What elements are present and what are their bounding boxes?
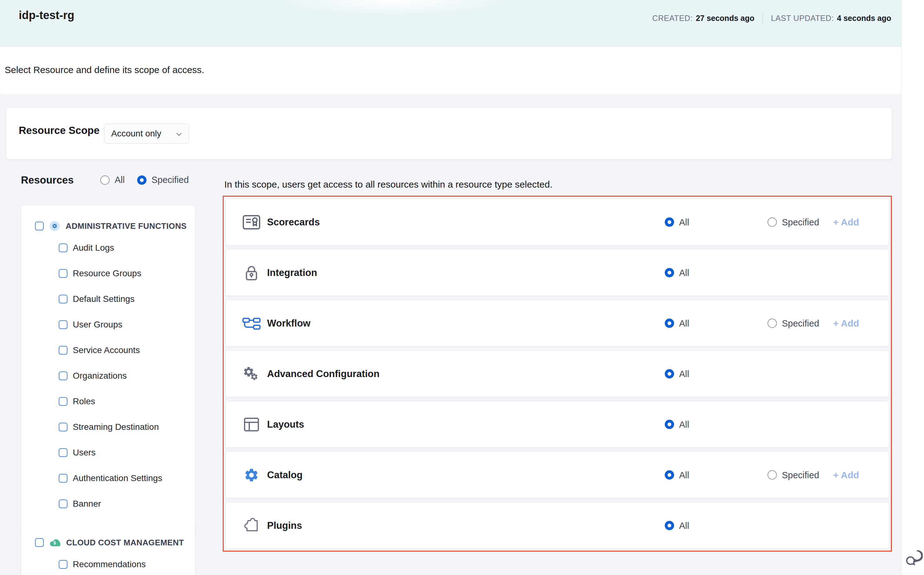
scope-description: In this scope, users get access to all r… [224,179,553,190]
group-header: $ CLOUD COST MANAGEMENT [21,525,195,548]
resources-all-radio[interactable]: All [100,175,125,185]
all-radio[interactable]: All [665,318,689,329]
resource-type-row-advanced-configuration: Advanced Configuration All [226,351,889,397]
list-item: Service Accounts [21,337,195,363]
resource-type-row-layouts: Layouts All [226,402,889,447]
cloud-dollar-icon: $ [50,537,60,548]
specified-radio[interactable]: Specified [768,217,819,227]
meta-info: CREATED: 27 seconds ago LAST UPDATED: 4 … [652,13,891,24]
radio-selected-icon [665,521,674,531]
header-glow [275,0,512,16]
resource-type-row-scorecards: Scorecards All Specified + Add [226,199,889,245]
resource-scope-card: Resource Scope Account only [6,108,892,159]
radio-selected-icon [665,369,674,379]
item-checkbox[interactable] [59,320,67,329]
all-radio[interactable]: All [665,520,689,531]
add-button[interactable]: + Add [833,470,859,480]
workflow-icon [242,315,261,332]
resource-group-ccm-card: $ CLOUD COST MANAGEMENT Recommendations [21,525,195,575]
puzzle-icon [242,518,261,534]
list-item: Organizations [21,363,195,389]
all-radio[interactable]: All [665,267,689,278]
group-header: ADMINISTRATIVE FUNCTIONS [21,205,195,231]
resource-type-label: Advanced Configuration [267,369,379,380]
resource-scope-dropdown[interactable]: Account only [104,124,189,144]
resource-scope-label: Resource Scope [19,125,100,137]
radio-selected-icon [665,268,674,278]
item-checkbox[interactable] [59,448,67,457]
item-checkbox[interactable] [59,474,67,483]
item-checkbox[interactable] [59,423,67,431]
resource-scope-value: Account only [111,129,161,138]
resource-types-container: Scorecards All Specified + Add [223,196,892,551]
resource-type-label: Layouts [267,419,304,430]
list-item: Roles [21,389,195,414]
all-radio[interactable]: All [665,369,689,379]
resource-group-admin-card: ADMINISTRATIVE FUNCTIONS Audit Logs Reso… [21,205,195,531]
app-window: idp-test-rg CREATED: 27 seconds ago LAST… [0,0,902,575]
radio-unselected-icon [768,218,777,227]
list-item: Banner [21,491,195,517]
item-checkbox[interactable] [59,560,67,569]
resources-specified-radio[interactable]: Specified [137,175,189,185]
item-checkbox[interactable] [59,269,67,278]
list-item: Users [21,440,195,465]
add-button[interactable]: + Add [833,217,859,227]
resource-type-row-integration: Integration All [226,250,889,295]
resource-type-label: Workflow [267,318,311,329]
list-item: Default Settings [21,286,195,312]
radio-selected-icon [665,319,674,328]
resources-title: Resources [21,174,74,186]
group-checkbox[interactable] [35,538,44,547]
resources-header: Resources All Specified [21,172,195,190]
updated-value: 4 seconds ago [837,14,891,23]
group-checkbox[interactable] [35,222,44,230]
resource-type-label: Catalog [267,470,303,481]
chevron-down-icon [176,129,182,138]
radio-selected-icon [137,175,147,185]
specified-radio[interactable]: Specified [768,470,819,480]
all-radio[interactable]: All [665,217,689,227]
resource-type-label: Scorecards [267,217,320,228]
list-item: User Groups [21,312,195,337]
item-checkbox[interactable] [59,243,67,252]
radio-unselected-icon [100,175,110,185]
add-button[interactable]: + Add [833,318,859,329]
resource-type-label: Integration [267,267,317,278]
scorecards-icon [242,214,261,230]
svg-text:$: $ [53,540,56,545]
group-name: ADMINISTRATIVE FUNCTIONS [65,221,187,231]
resource-type-row-workflow: Workflow All Specified + Add [226,300,889,346]
resource-type-row-plugins: Plugins All [226,503,889,548]
group-items: Audit Logs Resource Groups Default Setti… [21,235,195,517]
page-header: idp-test-rg CREATED: 27 seconds ago LAST… [0,0,901,47]
list-item: Audit Logs [21,235,195,260]
admin-gear-icon [50,221,60,231]
all-radio[interactable]: All [665,419,689,429]
chat-support-icon[interactable] [905,549,923,568]
list-item: Resource Groups [21,260,195,286]
radio-selected-icon [665,420,674,429]
radio-unselected-icon [768,319,777,328]
item-checkbox[interactable] [59,295,67,303]
list-item: Authentication Settings [21,465,195,491]
item-checkbox[interactable] [59,346,67,354]
item-checkbox[interactable] [59,372,67,380]
resource-type-label: Plugins [267,520,302,531]
specified-radio[interactable]: Specified [768,318,819,329]
group-name: CLOUD COST MANAGEMENT [66,538,184,548]
list-item: Streaming Destination [21,414,195,440]
toolbar-description: Select Resource and define its scope of … [5,65,204,75]
layout-icon [242,416,261,433]
resource-type-row-catalog: Catalog All Specified + Add [226,452,889,498]
radio-selected-icon [665,470,674,480]
item-checkbox[interactable] [59,499,67,508]
updated-label: LAST UPDATED: [771,14,834,23]
all-radio[interactable]: All [665,470,689,480]
radio-unselected-icon [768,470,777,480]
group-items: Recommendations [21,551,195,575]
lock-icon [242,265,261,281]
item-checkbox[interactable] [59,397,67,406]
created-label: CREATED: [652,14,693,23]
radio-selected-icon [665,218,674,227]
